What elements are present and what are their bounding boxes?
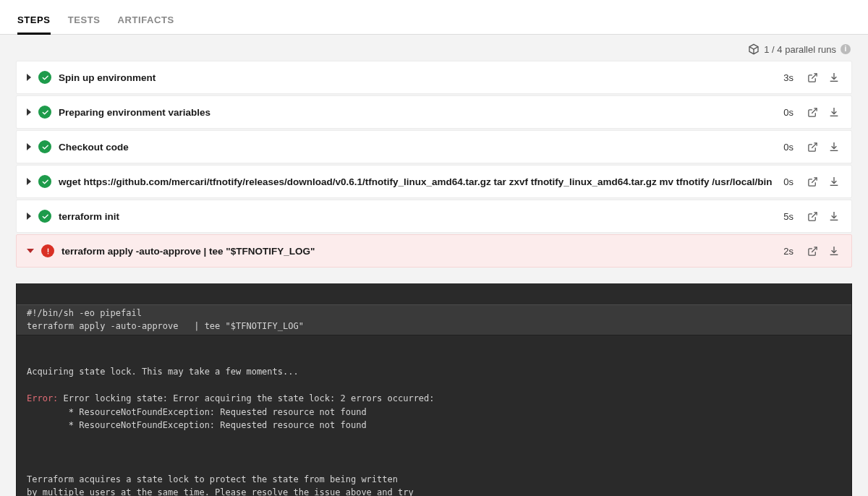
chevron-right-icon <box>27 178 31 185</box>
external-link-icon[interactable] <box>805 105 820 119</box>
chevron-right-icon <box>27 213 31 220</box>
step-duration: 0s <box>783 107 793 118</box>
exclamation-circle-icon <box>41 244 54 257</box>
step-row[interactable]: Spin up environment 3s <box>16 61 852 94</box>
log-line: Acquiring state lock. This may take a fe… <box>17 351 851 496</box>
download-icon[interactable] <box>827 174 841 189</box>
step-duration: 2s <box>783 246 793 257</box>
external-link-icon[interactable] <box>805 174 820 189</box>
tab-tests[interactable]: TESTS <box>68 4 101 34</box>
parallel-runs-bar: 1 / 4 parallel runs i <box>0 35 868 61</box>
svg-line-7 <box>812 247 817 252</box>
svg-line-2 <box>812 142 817 147</box>
step-duration: 0s <box>783 142 793 153</box>
svg-point-6 <box>47 252 48 254</box>
chevron-right-icon <box>27 108 31 116</box>
download-icon[interactable] <box>827 105 841 119</box>
step-title: terraform apply -auto-approve | tee "$TF… <box>61 246 776 257</box>
log-error-prefix: Error: <box>27 393 58 403</box>
check-circle-icon <box>38 106 51 119</box>
step-duration: 5s <box>783 211 793 222</box>
step-title: Spin up environment <box>59 72 776 83</box>
external-link-icon[interactable] <box>805 70 820 85</box>
svg-line-3 <box>812 177 817 182</box>
download-icon[interactable] <box>827 140 841 154</box>
download-icon[interactable] <box>827 70 841 85</box>
cube-icon <box>748 43 760 55</box>
step-row-failed[interactable]: terraform apply -auto-approve | tee "$TF… <box>16 234 852 268</box>
log-header: #!/bin/sh -eo pipefail terraform apply -… <box>17 304 851 335</box>
step-duration: 3s <box>783 72 793 83</box>
chevron-down-icon <box>27 249 34 253</box>
step-row[interactable]: wget https://github.com/mercari/tfnotify… <box>16 165 852 198</box>
external-link-icon[interactable] <box>805 140 820 154</box>
chevron-right-icon <box>27 74 31 81</box>
svg-line-1 <box>812 108 817 113</box>
step-row[interactable]: Preparing environment variables 0s <box>16 95 852 129</box>
external-link-icon[interactable] <box>805 244 820 258</box>
tab-steps[interactable]: STEPS <box>17 4 51 34</box>
check-circle-icon <box>38 175 51 188</box>
tab-bar: STEPS TESTS ARTIFACTS <box>0 0 868 35</box>
download-icon[interactable] <box>827 209 841 223</box>
step-title: Checkout code <box>59 142 776 153</box>
step-row[interactable]: terraform init 5s <box>16 200 852 233</box>
step-title: wget https://github.com/mercari/tfnotify… <box>59 176 776 187</box>
step-title: Preparing environment variables <box>59 107 776 118</box>
step-log-output: #!/bin/sh -eo pipefail terraform apply -… <box>16 283 852 496</box>
info-icon[interactable]: i <box>841 44 851 54</box>
step-row[interactable]: Checkout code 0s <box>16 130 852 163</box>
external-link-icon[interactable] <box>805 209 820 223</box>
download-icon[interactable] <box>827 244 841 258</box>
check-circle-icon <box>38 71 51 84</box>
svg-line-0 <box>812 73 817 78</box>
step-title: terraform init <box>59 211 776 222</box>
check-circle-icon <box>38 210 51 223</box>
parallel-runs-text: 1 / 4 parallel runs <box>764 44 836 55</box>
step-duration: 0s <box>783 176 793 187</box>
svg-line-4 <box>812 212 817 217</box>
check-circle-icon <box>38 140 51 153</box>
tab-artifacts[interactable]: ARTIFACTS <box>118 4 174 34</box>
chevron-right-icon <box>27 143 31 150</box>
steps-list: Spin up environment 3s Preparing environ… <box>0 61 868 283</box>
